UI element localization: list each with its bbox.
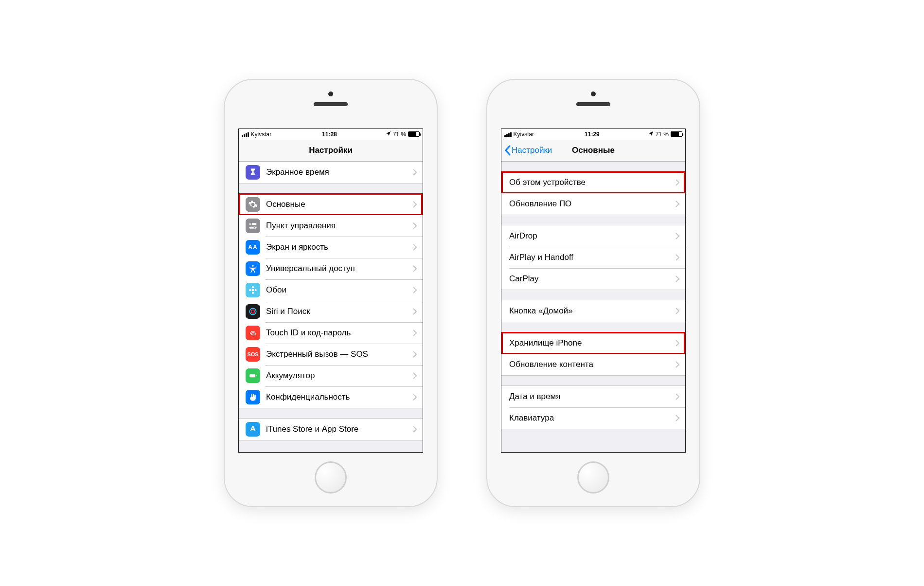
row-label: Конфиденциальность xyxy=(260,392,413,402)
chevron-right-icon xyxy=(675,393,679,400)
appstore-icon xyxy=(246,422,260,437)
back-button[interactable]: Настройки xyxy=(504,140,552,161)
svg-point-11 xyxy=(251,310,255,313)
row-keyboard[interactable]: Клавиатура xyxy=(501,407,685,429)
carrier-label: Kyivstar xyxy=(251,131,272,138)
chevron-right-icon xyxy=(413,169,417,176)
row-label: Touch ID и код-пароль xyxy=(260,328,413,338)
row-privacy[interactable]: Конфиденциальность xyxy=(239,386,423,408)
row-date-time[interactable]: Дата и время xyxy=(501,386,685,407)
chevron-right-icon xyxy=(413,351,417,358)
row-background-app-refresh[interactable]: Обновление контента xyxy=(501,354,685,375)
front-camera xyxy=(591,92,596,96)
settings-list[interactable]: Экранное время Основные Пункт xyxy=(239,162,423,452)
chevron-right-icon xyxy=(413,287,417,293)
earpiece xyxy=(576,102,610,106)
svg-point-6 xyxy=(252,286,254,288)
row-screen-time[interactable]: Экранное время xyxy=(239,162,423,183)
row-label: Обои xyxy=(260,285,413,295)
flower-icon xyxy=(246,283,260,297)
settings-group-screentime: Экранное время xyxy=(239,162,423,183)
carrier-label: Kyivstar xyxy=(514,131,534,138)
row-itunes-appstore[interactable]: iTunes Store и App Store xyxy=(239,419,423,440)
home-button[interactable] xyxy=(315,461,347,494)
battery-percent: 71 % xyxy=(656,131,669,138)
row-control-center[interactable]: Пункт управления xyxy=(239,215,423,237)
fingerprint-icon xyxy=(246,326,260,340)
general-group-homebtn: Кнопка «Домой» xyxy=(501,300,685,322)
row-touch-id-passcode[interactable]: Touch ID и код-пароль xyxy=(239,322,423,344)
navbar: Настройки xyxy=(239,140,423,162)
location-icon xyxy=(648,131,654,137)
row-display-brightness[interactable]: AA Экран и яркость xyxy=(239,237,423,258)
general-list[interactable]: Об этом устройстве Обновление ПО AirDrop… xyxy=(501,162,685,452)
general-group-system: Дата и время Клавиатура xyxy=(501,385,685,429)
svg-point-5 xyxy=(252,289,254,292)
svg-point-8 xyxy=(249,289,251,291)
chevron-right-icon xyxy=(675,275,679,282)
row-about[interactable]: Об этом устройстве xyxy=(501,172,685,193)
svg-rect-13 xyxy=(256,375,257,376)
chevron-right-icon xyxy=(675,233,679,239)
row-label: Об этом устройстве xyxy=(508,178,675,187)
row-accessibility[interactable]: Универсальный доступ xyxy=(239,258,423,279)
chevron-right-icon xyxy=(413,244,417,251)
row-siri-search[interactable]: Siri и Поиск xyxy=(239,301,423,322)
chevron-right-icon xyxy=(675,361,679,368)
chevron-right-icon xyxy=(413,308,417,315)
status-time: 11:28 xyxy=(273,131,385,138)
battery-icon xyxy=(246,368,260,383)
row-carplay[interactable]: CarPlay xyxy=(501,268,685,290)
svg-point-2 xyxy=(250,223,252,225)
svg-point-7 xyxy=(252,292,254,294)
row-label: iTunes Store и App Store xyxy=(260,424,413,434)
chevron-right-icon xyxy=(675,179,679,186)
row-label: Универсальный доступ xyxy=(260,264,413,274)
row-software-update[interactable]: Обновление ПО xyxy=(501,193,685,215)
chevron-right-icon xyxy=(675,415,679,421)
row-airplay-handoff[interactable]: AirPlay и Handoff xyxy=(501,247,685,268)
row-label: Кнопка «Домой» xyxy=(508,306,675,316)
row-label: Основные xyxy=(260,200,413,209)
general-group-about: Об этом устройстве Обновление ПО xyxy=(501,171,685,215)
row-iphone-storage[interactable]: Хранилище iPhone xyxy=(501,332,685,354)
row-label: Обновление контента xyxy=(508,360,675,369)
row-label: Хранилище iPhone xyxy=(508,338,675,348)
screen-left: Kyivstar 11:28 71 % Настройки xyxy=(238,128,423,453)
row-battery[interactable]: Аккумулятор xyxy=(239,365,423,386)
row-general[interactable]: Основные xyxy=(239,194,423,215)
home-button[interactable] xyxy=(577,461,609,494)
settings-group-main: Основные Пункт управления AA Экран и ярк… xyxy=(239,193,423,408)
front-camera xyxy=(328,92,333,96)
row-wallpaper[interactable]: Обои xyxy=(239,279,423,301)
row-label: Обновление ПО xyxy=(508,199,675,209)
row-home-button[interactable]: Кнопка «Домой» xyxy=(501,300,685,322)
screen-right: Kyivstar 11:29 71 % Настройки Основные xyxy=(501,128,686,453)
row-airdrop[interactable]: AirDrop xyxy=(501,225,685,247)
hourglass-icon xyxy=(246,165,260,180)
row-label: Экстренный вызов — SOS xyxy=(260,349,413,359)
text-size-icon: AA xyxy=(246,240,260,255)
general-group-storage: Хранилище iPhone Обновление контента xyxy=(501,332,685,376)
back-label: Настройки xyxy=(512,146,552,155)
chevron-right-icon xyxy=(675,340,679,347)
chevron-right-icon xyxy=(413,372,417,379)
chevron-right-icon xyxy=(413,201,417,208)
chevron-right-icon xyxy=(413,222,417,229)
chevron-right-icon xyxy=(413,394,417,401)
iphone-device-left: Kyivstar 11:28 71 % Настройки xyxy=(224,79,438,507)
cellular-signal-icon xyxy=(242,132,249,137)
row-label: Экран и яркость xyxy=(260,242,413,252)
gear-icon xyxy=(246,197,260,212)
row-emergency-sos[interactable]: SOS Экстренный вызов — SOS xyxy=(239,344,423,365)
svg-point-3 xyxy=(254,227,255,228)
status-bar: Kyivstar 11:28 71 % xyxy=(239,129,423,140)
hand-icon xyxy=(246,390,260,404)
svg-point-4 xyxy=(252,265,253,267)
page-title: Настройки xyxy=(309,146,353,155)
location-icon xyxy=(386,131,391,137)
chevron-right-icon xyxy=(675,201,679,207)
row-label: Дата и время xyxy=(508,392,675,402)
battery-icon xyxy=(408,131,420,137)
svg-point-9 xyxy=(255,289,257,291)
